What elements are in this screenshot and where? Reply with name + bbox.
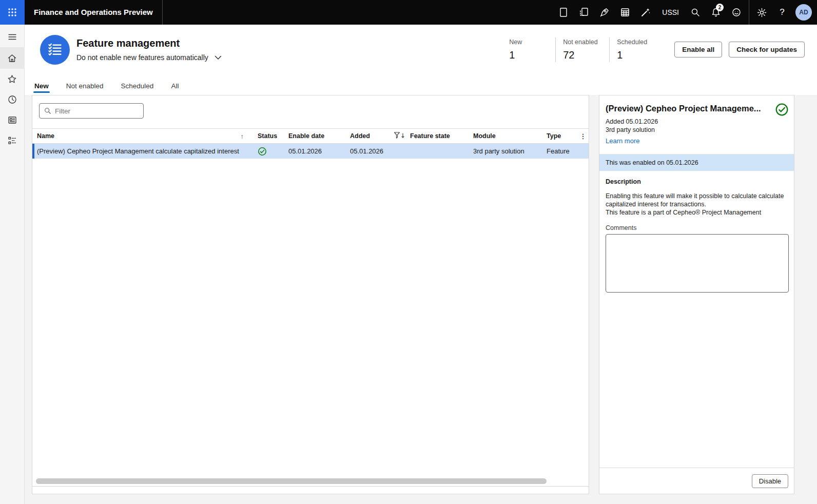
notification-count-badge: 2 <box>716 4 724 11</box>
multitask-windows-icon[interactable] <box>574 0 594 25</box>
stat-new-value: 1 <box>509 49 548 61</box>
enable-all-button[interactable]: Enable all <box>674 42 722 57</box>
stat-not-enabled: Not enabled 72 <box>556 38 609 61</box>
column-header-name[interactable]: Name ↑ <box>32 132 250 140</box>
tab-new[interactable]: New <box>33 78 50 95</box>
learn-more-link[interactable]: Learn more <box>606 137 639 145</box>
filter-funnel-icon <box>394 131 406 141</box>
feature-management-icon <box>40 35 70 65</box>
details-module: 3rd party solution <box>606 126 788 134</box>
sidebar-item-modules-list-icon[interactable] <box>0 130 25 151</box>
feedback-smiley-icon[interactable] <box>726 0 747 25</box>
cell-type: Feature <box>547 147 577 155</box>
sidebar-item-favorites-star-icon[interactable] <box>0 69 25 89</box>
column-header-feature-state[interactable]: Feature state <box>410 132 473 140</box>
tab-not-enabled[interactable]: Not enabled <box>65 78 105 95</box>
feature-stats: New 1 Not enabled 72 Scheduled 1 <box>502 37 663 62</box>
topbar-separator <box>749 0 749 25</box>
column-header-enable-date[interactable]: Enable date <box>288 132 350 140</box>
left-nav-rail <box>0 25 25 504</box>
stat-not-enabled-value: 72 <box>563 49 602 61</box>
feature-grid: Name ↑ Status Enable date Added Feature … <box>32 128 589 487</box>
feature-grid-card: Name ↑ Status Enable date Added Feature … <box>32 95 589 494</box>
grid-header-row: Name ↑ Status Enable date Added Feature … <box>32 129 589 144</box>
row-selection-stripe <box>32 144 34 159</box>
hamburger-menu-icon[interactable] <box>0 27 25 47</box>
search-icon <box>44 107 51 114</box>
sidebar-item-workspaces-icon[interactable] <box>0 110 25 130</box>
check-for-updates-button[interactable]: Check for updates <box>729 42 805 57</box>
sort-ascending-icon: ↑ <box>241 132 244 140</box>
stat-new: New 1 <box>502 38 555 61</box>
magic-wand-icon[interactable] <box>635 0 656 25</box>
settings-gear-icon[interactable] <box>751 0 772 25</box>
app-launcher-waffle-icon[interactable] <box>0 0 25 25</box>
cell-module: 3rd party solution <box>473 147 547 155</box>
description-text-2: This feature is a part of Cepheo® Projec… <box>606 208 788 217</box>
cell-status <box>250 147 288 156</box>
comments-textarea[interactable] <box>606 234 789 293</box>
comments-label: Comments <box>606 224 788 231</box>
stat-not-enabled-label: Not enabled <box>563 38 602 46</box>
filter-box <box>39 103 144 119</box>
horizontal-scrollbar[interactable] <box>36 478 547 484</box>
grid-table-icon[interactable] <box>615 0 635 25</box>
stat-scheduled-label: Scheduled <box>617 38 656 46</box>
page-title: Feature management <box>76 37 222 49</box>
column-header-status[interactable]: Status <box>250 132 288 140</box>
enabled-on-banner: This was enabled on 05.01.2026 <box>599 154 794 171</box>
tab-all[interactable]: All <box>170 78 180 95</box>
topbar-actions: USSI 2 ? <box>553 0 817 25</box>
content-area: Name ↑ Status Enable date Added Feature … <box>25 95 817 504</box>
user-avatar[interactable]: AD <box>795 4 812 21</box>
auto-enable-dropdown[interactable]: Do not enable new features automatically <box>76 53 222 62</box>
cell-added: 05.01.2026 <box>350 147 410 155</box>
cell-name: (Preview) Cepheo Project Management calc… <box>32 147 250 155</box>
auto-enable-label: Do not enable new features automatically <box>76 53 208 62</box>
disable-button[interactable]: Disable <box>752 474 788 488</box>
description-text-1: Enabling this feature will make it possi… <box>606 192 788 208</box>
sidebar-item-home[interactable] <box>0 47 25 69</box>
table-row[interactable]: (Preview) Cepheo Project Management calc… <box>32 144 589 159</box>
description-heading: Description <box>606 178 788 185</box>
column-header-added[interactable]: Added <box>350 131 410 141</box>
search-icon[interactable] <box>685 0 706 25</box>
stat-scheduled-value: 1 <box>617 49 656 61</box>
stat-new-label: New <box>509 38 548 46</box>
notifications-bell-icon[interactable]: 2 <box>706 0 726 25</box>
feature-details-panel: (Preview) Cepheo Project Manageme... Add… <box>599 95 794 494</box>
enabled-check-icon <box>258 147 267 156</box>
page-header: Feature management Do not enable new fea… <box>25 25 817 74</box>
details-title: (Preview) Cepheo Project Manageme... <box>606 104 775 113</box>
enabled-check-icon <box>775 103 789 119</box>
window-icon[interactable] <box>553 0 574 25</box>
stat-scheduled: Scheduled 1 <box>610 38 663 61</box>
tab-scheduled[interactable]: Scheduled <box>120 78 155 95</box>
cell-enable-date: 05.01.2026 <box>288 147 350 155</box>
grid-overflow-menu-icon[interactable]: ⋮ <box>577 132 589 140</box>
environment-label[interactable]: USSI <box>656 8 685 16</box>
filter-input[interactable] <box>55 107 139 115</box>
app-title[interactable]: Finance and Operations Preview <box>25 0 163 25</box>
column-header-module[interactable]: Module <box>473 132 547 140</box>
details-added-date: Added 05.01.2026 <box>606 118 788 126</box>
chevron-down-icon <box>215 55 222 60</box>
sidebar-item-recent-clock-icon[interactable] <box>0 89 25 110</box>
tab-strip: New Not enabled Scheduled All <box>25 74 817 95</box>
column-header-type[interactable]: Type <box>547 132 577 140</box>
help-icon[interactable]: ? <box>772 0 792 25</box>
top-bar: Finance and Operations Preview <box>0 0 817 25</box>
rocket-icon[interactable] <box>594 0 615 25</box>
